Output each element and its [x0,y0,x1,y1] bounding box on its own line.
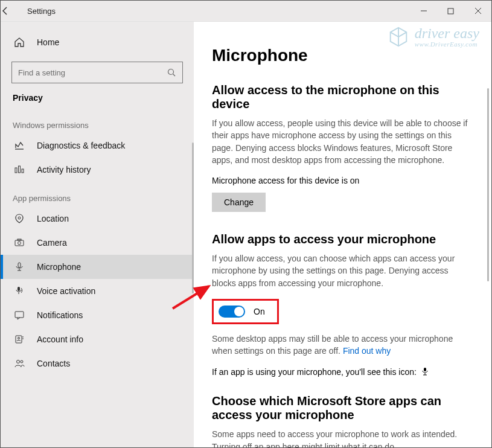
notifications-icon [13,309,26,322]
voice-icon [13,284,26,298]
svg-point-19 [18,338,20,339]
home-nav[interactable]: Home [1,30,194,54]
content-pane: driver easy www.DriverEasy.com Microphon… [194,22,491,447]
allow-apps-toggle-highlight: On [212,299,279,324]
content-scrollbar[interactable] [487,88,489,281]
sidebar: Home Find a setting Privacy Windows perm… [1,22,194,447]
sidebar-item-account[interactable]: Account info [1,327,194,351]
svg-rect-12 [18,263,21,267]
titlebar: Settings [1,1,491,22]
change-button[interactable]: Change [212,193,266,212]
activity-icon [13,163,26,176]
sidebar-item-camera[interactable]: Camera [1,231,194,255]
toggle-label: On [254,307,265,316]
sidebar-item-label: Camera [37,238,67,248]
svg-rect-6 [19,166,21,173]
sidebar-item-label: Location [37,214,69,223]
sidebar-item-label: Activity history [37,165,91,174]
sidebar-item-microphone[interactable]: Microphone [1,255,194,279]
sidebar-item-label: Voice activation [37,286,95,296]
home-label: Home [37,37,59,47]
microphone-inline-icon [421,368,429,377]
minimize-button[interactable] [410,1,437,21]
section-windows-perms: Windows permissions [1,109,194,133]
svg-point-22 [17,360,20,363]
search-icon [167,68,176,77]
sidebar-item-label: Contacts [37,359,70,368]
contacts-icon [13,357,26,370]
page-title: Microphone [212,46,473,65]
allow-apps-toggle[interactable] [219,306,245,318]
svg-rect-7 [22,169,24,173]
account-icon [13,333,26,346]
svg-rect-17 [15,312,24,318]
watermark: driver easy www.DriverEasy.com [387,25,479,48]
sidebar-item-notifications[interactable]: Notifications [1,303,194,327]
window-title: Settings [25,7,56,16]
search-placeholder: Find a setting [18,68,167,77]
location-icon [13,212,26,225]
settings-window: Settings Home Find a setting [0,0,492,448]
sidebar-item-label: Account info [37,334,83,344]
svg-rect-5 [15,168,17,173]
section-app-perms: App permissions [1,182,194,206]
svg-line-3 [173,74,176,76]
close-button[interactable] [464,1,491,21]
desktop-apps-note: Some desktop apps may still be able to a… [212,333,471,357]
microphone-icon [13,260,26,274]
icon-note: If an app is using your microphone, you'… [212,367,473,378]
svg-rect-9 [15,240,24,246]
sidebar-item-voice[interactable]: Voice activation [1,279,194,303]
current-category: Privacy [1,93,194,103]
svg-rect-15 [18,287,20,291]
maximize-button[interactable] [437,1,464,21]
watermark-name: driver easy [415,26,479,40]
section3-desc: Some apps need to access your microphone… [212,428,471,447]
watermark-url: www.DriverEasy.com [415,40,479,48]
device-access-status: Microphone access for this device is on [212,176,473,185]
search-input[interactable]: Find a setting [11,62,183,83]
svg-rect-11 [18,239,21,240]
svg-point-23 [21,360,23,363]
back-button[interactable] [1,6,25,16]
svg-point-8 [18,217,21,219]
section1-title: Allow access to the microphone on this d… [212,83,473,111]
sidebar-item-activity[interactable]: Activity history [1,158,194,182]
svg-rect-1 [448,8,453,14]
home-icon [13,36,26,49]
sidebar-item-diagnostics[interactable]: Diagnostics & feedback [1,133,194,158]
sidebar-item-label: Notifications [37,310,83,320]
svg-point-10 [18,242,21,245]
camera-icon [13,236,26,249]
diagnostics-icon [13,139,26,152]
section1-desc: If you allow access, people using this d… [212,117,471,166]
section3-title: Choose which Microsoft Store apps can ac… [212,394,473,422]
sidebar-item-label: Microphone [37,262,81,272]
find-out-why-link[interactable]: Find out why [343,346,391,356]
section2-desc: If you allow access, you can choose whic… [212,252,471,289]
section2-title: Allow apps to access your microphone [212,232,473,246]
sidebar-item-location[interactable]: Location [1,206,194,231]
sidebar-item-contacts[interactable]: Contacts [1,351,194,376]
svg-point-2 [168,69,174,74]
sidebar-item-label: Diagnostics & feedback [37,141,125,150]
svg-rect-24 [424,368,426,371]
